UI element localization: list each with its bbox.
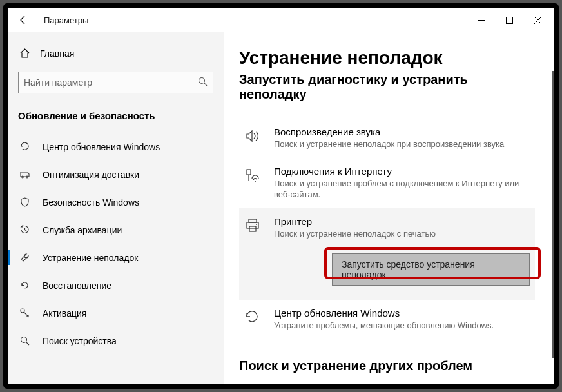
home-icon [18,48,31,59]
home-label: Главная [40,48,74,59]
search-input[interactable] [24,77,198,88]
troubleshooter-internet[interactable]: Подключения к Интернету Поиск и устранен… [239,158,535,208]
sync-icon [18,141,31,152]
scrollbar[interactable] [552,71,554,358]
svg-line-11 [26,342,29,346]
sidebar-item-troubleshoot[interactable]: Устранение неполадок [8,244,224,271]
sidebar-item-label: Устранение неполадок [43,253,138,263]
activation-icon [18,308,31,318]
sidebar-item-label: Центр обновления Windows [43,142,160,152]
svg-rect-1 [506,17,512,23]
window-title: Параметры [44,15,88,25]
sidebar: Главная Обновление и безопасность Центр … [8,32,224,384]
main-content: Устранение неполадок Запустить диагности… [224,32,554,384]
close-button[interactable] [523,10,552,30]
window-body: Главная Обновление и безопасность Центр … [8,32,554,384]
troubleshooter-desc: Устраните проблемы, мешающие обновлению … [274,320,530,331]
svg-rect-16 [247,222,258,228]
finddevice-icon [18,335,31,346]
troubleshooter-title: Воспроизведение звука [274,126,530,137]
settings-window: Параметры Главная [3,3,559,389]
sidebar-item-label: Служба архивации [43,225,122,235]
troubleshooter-printer[interactable]: Принтер Поиск и устранение неполадок с п… [239,208,535,300]
svg-point-18 [256,224,257,225]
svg-rect-17 [249,226,256,231]
sidebar-item-backup[interactable]: Служба архивации [8,216,224,244]
troubleshooter-bluetooth[interactable]: Bluetooth [239,377,535,384]
shield-icon [18,197,31,208]
sidebar-item-recovery[interactable]: Восстановление [8,271,224,299]
printer-icon [244,217,261,286]
troubleshooter-title: Принтер [274,216,530,227]
page-subtitle: Запустить диагностику и устранить непола… [239,72,535,102]
sidebar-item-delivery[interactable]: Оптимизация доставки [8,161,224,188]
sync-icon [244,309,260,331]
troubleshooter-desc: Поиск и устранение неполадок при воспрои… [274,139,530,150]
section-other-title: Поиск и устранение других проблем [239,358,535,373]
delivery-icon [18,169,31,180]
svg-point-10 [21,337,26,343]
sidebar-item-label: Безопасность Windows [43,197,139,208]
wifi-icon [244,167,261,201]
home-button[interactable]: Главная [8,43,224,64]
svg-rect-12 [247,170,251,175]
sidebar-item-label: Активация [43,308,86,318]
sidebar-item-activation[interactable]: Активация [8,299,224,327]
svg-point-13 [255,181,256,182]
minimize-button[interactable] [467,10,495,30]
recovery-icon [18,280,31,291]
titlebar: Параметры [8,8,554,32]
troubleshooter-title: Центр обновления Windows [274,308,530,318]
troubleshooter-audio[interactable]: Воспроизведение звука Поиск и устранение… [239,119,535,158]
search-icon [198,77,208,88]
sidebar-item-label: Поиск устройства [43,336,117,346]
sidebar-item-label: Оптимизация доставки [43,170,139,180]
sidebar-item-security[interactable]: Безопасность Windows [8,188,224,216]
sidebar-item-find-device[interactable]: Поиск устройства [8,327,224,355]
category-header: Обновление и безопасность [8,105,224,133]
run-troubleshooter-button[interactable]: Запустить средство устранения неполадок [332,253,530,286]
wrench-icon [18,252,31,263]
svg-line-5 [204,83,208,86]
sidebar-item-windows-update[interactable]: Центр обновления Windows [8,133,224,161]
svg-rect-15 [249,219,257,222]
troubleshooter-title: Подключения к Интернету [274,166,530,177]
sidebar-item-label: Восстановление [43,280,111,291]
back-button[interactable] [14,11,32,29]
page-title: Устранение неполадок [239,48,535,68]
backup-icon [18,224,31,235]
troubleshooter-list: Воспроизведение звука Поиск и устранение… [239,119,535,339]
troubleshooter-desc: Поиск и устранение проблем с подключение… [274,178,530,201]
svg-point-4 [199,78,205,84]
audio-icon [244,128,261,150]
troubleshooter-windows-update[interactable]: Центр обновления Windows Устраните пробл… [239,300,535,339]
troubleshooter-desc: Поиск и устранение неполадок с печатью [274,228,530,240]
maximize-button[interactable] [495,10,523,30]
search-box[interactable] [18,72,213,93]
